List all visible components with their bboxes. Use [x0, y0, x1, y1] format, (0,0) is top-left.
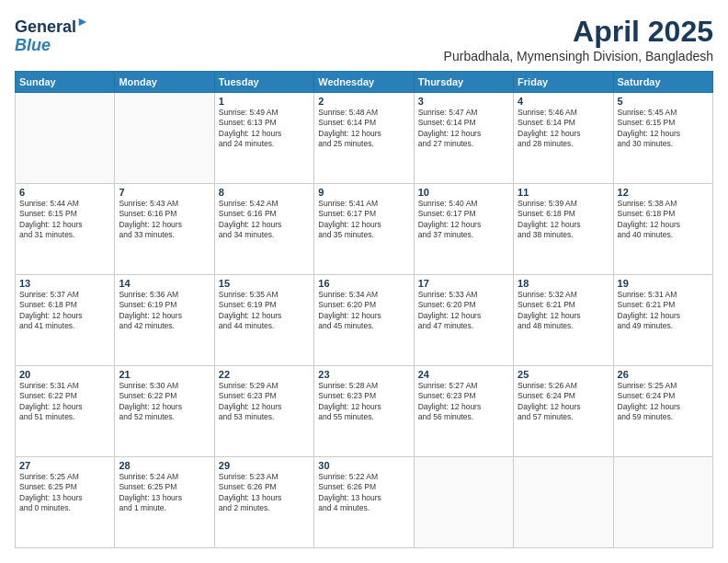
calendar-cell [414, 457, 513, 548]
calendar-cell: 23Sunrise: 5:28 AM Sunset: 6:23 PM Dayli… [314, 366, 414, 457]
weekday-header: Thursday [414, 72, 513, 93]
calendar-cell: 8Sunrise: 5:42 AM Sunset: 6:16 PM Daylig… [214, 184, 313, 275]
day-number: 3 [418, 96, 509, 107]
day-info: Sunrise: 5:23 AM Sunset: 6:26 PM Dayligh… [219, 472, 310, 514]
calendar-week-row: 20Sunrise: 5:31 AM Sunset: 6:22 PM Dayli… [16, 366, 713, 457]
day-number: 13 [19, 278, 110, 289]
day-number: 25 [518, 369, 609, 380]
day-info: Sunrise: 5:38 AM Sunset: 6:18 PM Dayligh… [618, 199, 709, 241]
logo-blue-text: Blue [15, 37, 51, 55]
weekday-header: Saturday [613, 72, 712, 93]
calendar-cell: 28Sunrise: 5:24 AM Sunset: 6:25 PM Dayli… [115, 457, 214, 548]
weekday-header: Wednesday [314, 72, 414, 93]
calendar-cell: 17Sunrise: 5:33 AM Sunset: 6:20 PM Dayli… [414, 275, 513, 366]
day-number: 26 [618, 369, 709, 380]
day-info: Sunrise: 5:27 AM Sunset: 6:23 PM Dayligh… [418, 381, 509, 423]
day-number: 30 [318, 460, 409, 471]
weekday-header: Friday [514, 72, 613, 93]
calendar-cell: 18Sunrise: 5:32 AM Sunset: 6:21 PM Dayli… [514, 275, 613, 366]
day-number: 4 [518, 96, 609, 107]
calendar-cell: 21Sunrise: 5:30 AM Sunset: 6:22 PM Dayli… [115, 366, 214, 457]
calendar-cell [16, 93, 115, 184]
day-info: Sunrise: 5:46 AM Sunset: 6:14 PM Dayligh… [518, 108, 609, 150]
logo-text: General► [15, 15, 89, 37]
title-section: April 2025 Purbadhala, Mymensingh Divisi… [444, 15, 713, 63]
day-number: 8 [219, 187, 310, 198]
day-info: Sunrise: 5:40 AM Sunset: 6:17 PM Dayligh… [418, 199, 509, 241]
weekday-header: Sunday [16, 72, 115, 93]
calendar-cell: 26Sunrise: 5:25 AM Sunset: 6:24 PM Dayli… [613, 366, 712, 457]
calendar-cell: 10Sunrise: 5:40 AM Sunset: 6:17 PM Dayli… [414, 184, 513, 275]
day-number: 15 [219, 278, 310, 289]
day-number: 17 [418, 278, 509, 289]
calendar-cell: 15Sunrise: 5:35 AM Sunset: 6:19 PM Dayli… [214, 275, 313, 366]
day-number: 9 [318, 187, 409, 198]
day-number: 18 [518, 278, 609, 289]
calendar-cell: 12Sunrise: 5:38 AM Sunset: 6:18 PM Dayli… [613, 184, 712, 275]
day-info: Sunrise: 5:25 AM Sunset: 6:24 PM Dayligh… [618, 381, 709, 423]
day-info: Sunrise: 5:33 AM Sunset: 6:20 PM Dayligh… [418, 290, 509, 332]
day-info: Sunrise: 5:42 AM Sunset: 6:16 PM Dayligh… [219, 199, 310, 241]
weekday-header: Tuesday [214, 72, 313, 93]
weekday-header: Monday [115, 72, 214, 93]
day-number: 12 [618, 187, 709, 198]
day-number: 6 [19, 187, 110, 198]
day-info: Sunrise: 5:41 AM Sunset: 6:17 PM Dayligh… [318, 199, 409, 241]
calendar-week-row: 1Sunrise: 5:49 AM Sunset: 6:13 PM Daylig… [16, 93, 713, 184]
calendar-week-row: 6Sunrise: 5:44 AM Sunset: 6:15 PM Daylig… [16, 184, 713, 275]
day-info: Sunrise: 5:49 AM Sunset: 6:13 PM Dayligh… [219, 108, 310, 150]
day-info: Sunrise: 5:30 AM Sunset: 6:22 PM Dayligh… [119, 381, 210, 423]
day-info: Sunrise: 5:45 AM Sunset: 6:15 PM Dayligh… [618, 108, 709, 150]
day-number: 29 [219, 460, 310, 471]
day-number: 2 [318, 96, 409, 107]
day-info: Sunrise: 5:24 AM Sunset: 6:25 PM Dayligh… [119, 472, 210, 514]
day-info: Sunrise: 5:48 AM Sunset: 6:14 PM Dayligh… [318, 108, 409, 150]
day-number: 1 [219, 96, 310, 107]
day-number: 14 [119, 278, 210, 289]
calendar-cell: 11Sunrise: 5:39 AM Sunset: 6:18 PM Dayli… [514, 184, 613, 275]
day-number: 23 [318, 369, 409, 380]
calendar-cell: 19Sunrise: 5:31 AM Sunset: 6:21 PM Dayli… [613, 275, 712, 366]
day-info: Sunrise: 5:34 AM Sunset: 6:20 PM Dayligh… [318, 290, 409, 332]
calendar-cell: 9Sunrise: 5:41 AM Sunset: 6:17 PM Daylig… [314, 184, 414, 275]
calendar-cell: 22Sunrise: 5:29 AM Sunset: 6:23 PM Dayli… [214, 366, 313, 457]
calendar-cell: 6Sunrise: 5:44 AM Sunset: 6:15 PM Daylig… [16, 184, 115, 275]
day-number: 21 [119, 369, 210, 380]
calendar-cell: 27Sunrise: 5:25 AM Sunset: 6:25 PM Dayli… [16, 457, 115, 548]
day-number: 22 [219, 369, 310, 380]
calendar-cell: 29Sunrise: 5:23 AM Sunset: 6:26 PM Dayli… [214, 457, 313, 548]
day-number: 5 [618, 96, 709, 107]
day-info: Sunrise: 5:31 AM Sunset: 6:22 PM Dayligh… [19, 381, 110, 423]
location: Purbadhala, Mymensingh Division, Banglad… [444, 49, 713, 63]
calendar-cell: 14Sunrise: 5:36 AM Sunset: 6:19 PM Dayli… [115, 275, 214, 366]
day-number: 7 [119, 187, 210, 198]
day-number: 24 [418, 369, 509, 380]
day-info: Sunrise: 5:35 AM Sunset: 6:19 PM Dayligh… [219, 290, 310, 332]
day-info: Sunrise: 5:25 AM Sunset: 6:25 PM Dayligh… [19, 472, 110, 514]
day-info: Sunrise: 5:47 AM Sunset: 6:14 PM Dayligh… [418, 108, 509, 150]
calendar-header-row: SundayMondayTuesdayWednesdayThursdayFrid… [16, 72, 713, 93]
day-number: 10 [418, 187, 509, 198]
day-number: 28 [119, 460, 210, 471]
calendar-cell: 2Sunrise: 5:48 AM Sunset: 6:14 PM Daylig… [314, 93, 414, 184]
day-info: Sunrise: 5:31 AM Sunset: 6:21 PM Dayligh… [618, 290, 709, 332]
day-info: Sunrise: 5:29 AM Sunset: 6:23 PM Dayligh… [219, 381, 310, 423]
calendar-week-row: 27Sunrise: 5:25 AM Sunset: 6:25 PM Dayli… [16, 457, 713, 548]
calendar-cell: 3Sunrise: 5:47 AM Sunset: 6:14 PM Daylig… [414, 93, 513, 184]
month-title: April 2025 [444, 15, 713, 49]
calendar-cell: 24Sunrise: 5:27 AM Sunset: 6:23 PM Dayli… [414, 366, 513, 457]
calendar-cell: 20Sunrise: 5:31 AM Sunset: 6:22 PM Dayli… [16, 366, 115, 457]
calendar-cell [613, 457, 712, 548]
calendar-cell: 7Sunrise: 5:43 AM Sunset: 6:16 PM Daylig… [115, 184, 214, 275]
calendar-table: SundayMondayTuesdayWednesdayThursdayFrid… [15, 71, 713, 548]
day-number: 20 [19, 369, 110, 380]
logo: General► Blue [15, 15, 89, 55]
calendar-cell [514, 457, 613, 548]
calendar-week-row: 13Sunrise: 5:37 AM Sunset: 6:18 PM Dayli… [16, 275, 713, 366]
calendar-cell: 13Sunrise: 5:37 AM Sunset: 6:18 PM Dayli… [16, 275, 115, 366]
calendar-cell: 5Sunrise: 5:45 AM Sunset: 6:15 PM Daylig… [613, 93, 712, 184]
day-info: Sunrise: 5:39 AM Sunset: 6:18 PM Dayligh… [518, 199, 609, 241]
calendar-cell: 25Sunrise: 5:26 AM Sunset: 6:24 PM Dayli… [514, 366, 613, 457]
day-info: Sunrise: 5:44 AM Sunset: 6:15 PM Dayligh… [19, 199, 110, 241]
day-number: 19 [618, 278, 709, 289]
